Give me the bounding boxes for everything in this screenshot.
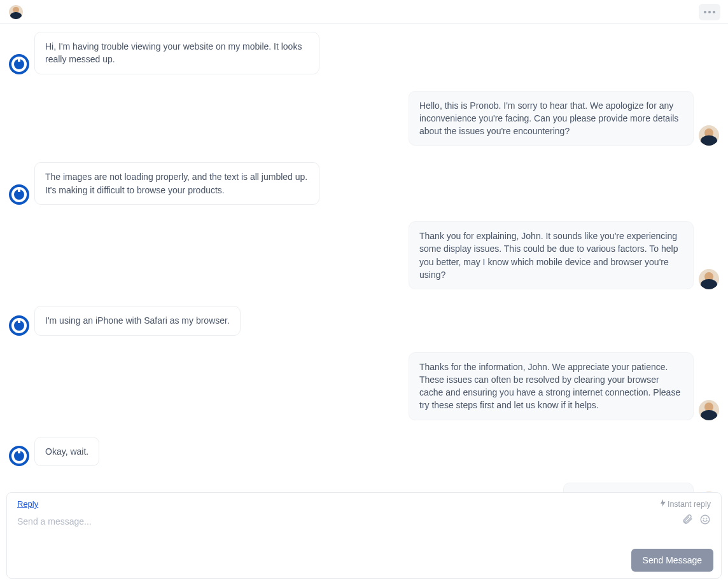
user-avatar-icon	[9, 184, 29, 205]
send-message-button[interactable]: Send Message	[631, 549, 713, 572]
svg-point-16	[703, 518, 704, 519]
message-row: Okay, wait.	[9, 437, 719, 466]
svg-point-17	[706, 518, 707, 519]
message-bubble: Okay, wait.	[34, 437, 99, 466]
message-row: Yes, I'm right here with you!	[9, 483, 719, 492]
message-bubble: The images are not loading properly, and…	[34, 162, 319, 205]
more-button[interactable]	[699, 4, 720, 20]
agent-avatar-icon	[699, 269, 719, 289]
message-bubble: Hi, I'm having trouble viewing your webs…	[34, 32, 319, 74]
reply-tab[interactable]: Reply	[17, 499, 38, 509]
instant-reply-button[interactable]: Instant reply	[660, 499, 711, 509]
message-bubble: Thanks for the information, John. We app…	[409, 352, 694, 420]
svg-rect-11	[18, 448, 20, 453]
attachment-icon[interactable]	[682, 514, 693, 527]
message-bubble: I'm using an iPhone with Safari as my br…	[34, 306, 241, 335]
svg-point-15	[701, 515, 710, 524]
agent-avatar-icon	[699, 400, 719, 420]
message-row: Hello, this is Pronob. I'm sorry to hear…	[9, 91, 719, 146]
more-horizontal-icon	[704, 11, 706, 13]
agent-avatar-icon	[699, 125, 719, 146]
message-bubble: Hello, this is Pronob. I'm sorry to hear…	[409, 91, 694, 146]
chat-header	[0, 0, 728, 24]
compose-panel: Reply Instant reply Send Message	[6, 492, 722, 579]
message-row: Thanks for the information, John. We app…	[9, 352, 719, 420]
message-row: Thank you for explaining, John. It sound…	[9, 221, 719, 289]
message-row: I'm using an iPhone with Safari as my br…	[9, 306, 719, 335]
user-avatar-icon	[9, 446, 29, 466]
header-agent-avatar	[9, 5, 23, 19]
emoji-icon[interactable]	[699, 514, 711, 527]
message-input[interactable]	[17, 516, 660, 542]
instant-reply-label: Instant reply	[668, 500, 711, 509]
svg-rect-2	[18, 57, 20, 62]
chat-message-list: Hi, I'm having trouble viewing your webs…	[0, 24, 728, 492]
bolt-icon	[660, 499, 666, 509]
message-bubble: Thank you for explaining, John. It sound…	[409, 221, 694, 289]
svg-rect-8	[18, 318, 20, 323]
message-row: The images are not loading properly, and…	[9, 162, 719, 205]
svg-rect-5	[18, 187, 20, 192]
message-row: Hi, I'm having trouble viewing your webs…	[9, 32, 719, 74]
user-avatar-icon	[9, 315, 29, 336]
user-avatar-icon	[9, 54, 29, 74]
message-bubble: Yes, I'm right here with you!	[563, 483, 694, 492]
